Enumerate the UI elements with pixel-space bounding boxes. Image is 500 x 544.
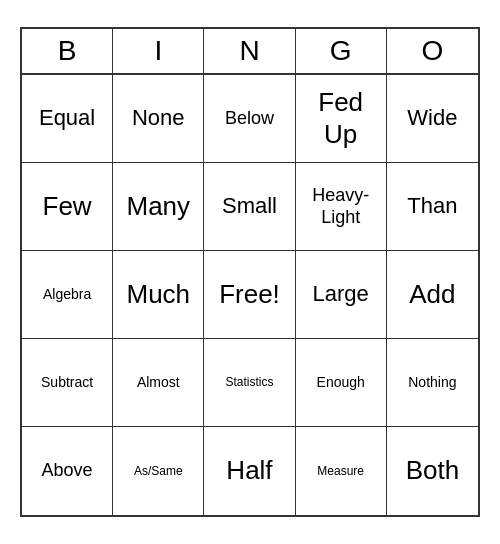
bingo-cell: None — [113, 75, 204, 163]
cell-text: Both — [406, 455, 460, 486]
cell-text: Than — [407, 193, 457, 219]
cell-text: Subtract — [41, 374, 93, 391]
bingo-cell: Above — [22, 427, 113, 515]
bingo-cell: Almost — [113, 339, 204, 427]
cell-text: None — [132, 105, 185, 131]
bingo-cell: Both — [387, 427, 478, 515]
cell-text: Wide — [407, 105, 457, 131]
cell-text: Free! — [219, 279, 280, 310]
cell-text: Large — [313, 281, 369, 307]
bingo-cell: Nothing — [387, 339, 478, 427]
cell-text: Above — [42, 460, 93, 482]
cell-text: Almost — [137, 374, 180, 391]
header-letter: I — [113, 29, 204, 73]
bingo-cell: Many — [113, 163, 204, 251]
cell-text: FedUp — [318, 87, 363, 149]
bingo-cell: Few — [22, 163, 113, 251]
bingo-cell: Than — [387, 163, 478, 251]
header-letter: N — [204, 29, 295, 73]
cell-text: Nothing — [408, 374, 456, 391]
cell-text: Enough — [317, 374, 365, 391]
cell-text: Add — [409, 279, 455, 310]
bingo-cell: Algebra — [22, 251, 113, 339]
cell-text: Many — [127, 191, 191, 222]
bingo-cell: Large — [296, 251, 387, 339]
cell-text: Small — [222, 193, 277, 219]
bingo-cell: Much — [113, 251, 204, 339]
bingo-cell: As/Same — [113, 427, 204, 515]
bingo-cell: Below — [204, 75, 295, 163]
bingo-cell: Subtract — [22, 339, 113, 427]
bingo-cell: FedUp — [296, 75, 387, 163]
bingo-header: BINGO — [22, 29, 478, 75]
cell-text: Measure — [317, 464, 364, 478]
cell-text: Heavy-Light — [312, 185, 369, 228]
cell-text: Few — [43, 191, 92, 222]
cell-text: Half — [226, 455, 272, 486]
cell-text: Much — [127, 279, 191, 310]
header-letter: G — [296, 29, 387, 73]
bingo-cell: Measure — [296, 427, 387, 515]
bingo-grid: EqualNoneBelowFedUpWideFewManySmallHeavy… — [22, 75, 478, 515]
bingo-card: BINGO EqualNoneBelowFedUpWideFewManySmal… — [20, 27, 480, 517]
bingo-cell: Enough — [296, 339, 387, 427]
cell-text: Statistics — [225, 375, 273, 389]
bingo-cell: Wide — [387, 75, 478, 163]
bingo-cell: Free! — [204, 251, 295, 339]
header-letter: B — [22, 29, 113, 73]
cell-text: Equal — [39, 105, 95, 131]
bingo-cell: Small — [204, 163, 295, 251]
bingo-cell: Half — [204, 427, 295, 515]
cell-text: Algebra — [43, 286, 91, 303]
cell-text: Below — [225, 108, 274, 130]
cell-text: As/Same — [134, 464, 183, 478]
header-letter: O — [387, 29, 478, 73]
bingo-cell: Statistics — [204, 339, 295, 427]
bingo-cell: Equal — [22, 75, 113, 163]
bingo-cell: Heavy-Light — [296, 163, 387, 251]
bingo-cell: Add — [387, 251, 478, 339]
